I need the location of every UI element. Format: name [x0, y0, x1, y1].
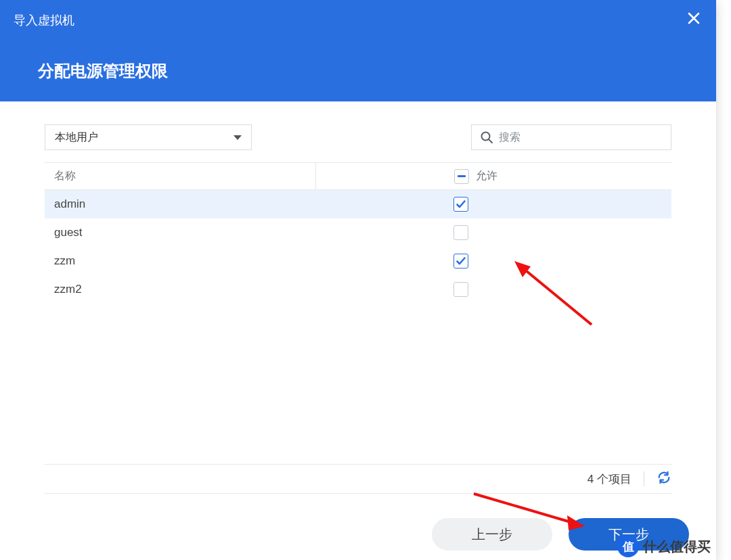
check-icon	[456, 256, 466, 266]
table-row[interactable]: guest	[45, 218, 671, 247]
cell-allow	[315, 247, 671, 275]
cell-name: zzm	[45, 254, 315, 268]
cell-allow	[315, 275, 671, 304]
table-body: adminguestzzmzzm2	[45, 190, 671, 304]
minus-icon	[458, 175, 466, 177]
allow-checkbox[interactable]	[453, 197, 468, 212]
footer-divider	[644, 471, 644, 486]
search-box[interactable]	[471, 124, 671, 150]
step-title: 分配电源管理权限	[38, 60, 168, 82]
refresh-button[interactable]	[657, 470, 671, 488]
modal-body: 本地用户 名称 允许 adminguestzzmzzm2	[0, 101, 716, 304]
header-checkbox-indeterminate[interactable]	[454, 169, 469, 184]
cell-name: admin	[45, 197, 315, 211]
modal-titlebar: 导入虚拟机	[0, 0, 716, 41]
allow-checkbox[interactable]	[453, 254, 468, 269]
check-icon	[456, 199, 466, 210]
refresh-icon	[657, 470, 671, 485]
table-row[interactable]: zzm2	[45, 275, 671, 304]
dropdown-value: 本地用户	[55, 131, 98, 145]
table-header: 名称 允许	[45, 163, 671, 190]
column-header-allow[interactable]: 允许	[315, 163, 671, 189]
table-row[interactable]: zzm	[45, 247, 671, 275]
import-vm-modal: 导入虚拟机 分配电源管理权限 本地用户 名称 允许	[0, 0, 716, 560]
allow-checkbox[interactable]	[453, 225, 468, 240]
chevron-down-icon	[234, 135, 242, 140]
cell-name: zzm2	[45, 283, 315, 296]
controls-row: 本地用户	[45, 124, 671, 150]
close-icon	[688, 12, 700, 24]
search-input[interactable]	[499, 131, 663, 143]
table-row[interactable]: admin	[45, 190, 671, 218]
prev-button[interactable]: 上一步	[432, 518, 552, 551]
user-source-dropdown[interactable]: 本地用户	[45, 124, 252, 150]
wizard-actions: 上一步 下一步	[432, 518, 689, 551]
cell-allow	[315, 190, 671, 218]
column-header-allow-label: 允许	[476, 169, 497, 183]
allow-checkbox[interactable]	[453, 282, 468, 297]
svg-line-1	[489, 139, 492, 143]
table-footer: 4 个项目	[45, 464, 671, 494]
column-header-name[interactable]: 名称	[45, 169, 315, 183]
close-button[interactable]	[684, 8, 704, 28]
item-count: 4 个项目	[588, 471, 632, 487]
modal-title: 导入虚拟机	[14, 12, 74, 28]
cell-allow	[315, 218, 671, 247]
search-icon	[480, 131, 493, 144]
next-button[interactable]: 下一步	[569, 518, 689, 551]
step-header: 分配电源管理权限	[0, 41, 716, 101]
permissions-table: 名称 允许 adminguestzzmzzm2	[45, 162, 671, 304]
cell-name: guest	[45, 226, 315, 239]
